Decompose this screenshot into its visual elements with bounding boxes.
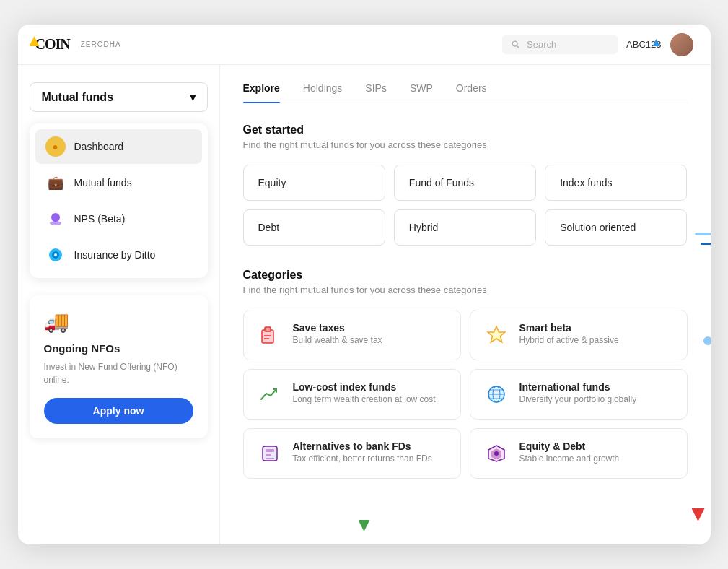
- fund-card-hybrid[interactable]: Hybrid: [394, 209, 536, 246]
- sidebar-item-nps-label: NPS (Beta): [74, 213, 126, 225]
- fund-type-dropdown[interactable]: Mutual funds ▾: [30, 82, 208, 112]
- fund-card-debt[interactable]: Debt: [243, 209, 385, 246]
- chevron-down-icon: ▾: [190, 90, 196, 104]
- smart-beta-info: Smart beta Hybrid of active & passive: [519, 322, 619, 345]
- low-cost-index-desc: Long term wealth creation at low cost: [293, 394, 436, 404]
- sidebar-item-dashboard-label: Dashboard: [74, 141, 124, 152]
- dropdown-label: Mutual funds: [42, 91, 114, 104]
- alternatives-fd-desc: Tax efficient, better returns than FDs: [293, 453, 432, 464]
- nfo-title: Ongoing NFOs: [44, 342, 193, 355]
- category-card-smart-beta[interactable]: Smart beta Hybrid of active & passive: [470, 310, 688, 360]
- low-cost-index-icon: [257, 381, 283, 407]
- get-started-subtitle: Find the right mutual funds for you acro…: [243, 139, 688, 150]
- alternatives-fd-info: Alternatives to bank FDs Tax efficient, …: [293, 440, 432, 464]
- categories-grid: Save taxes Build wealth & save tax Smar: [243, 310, 688, 479]
- nfo-card: 🚚 Ongoing NFOs Invest in New Fund Offeri…: [30, 295, 208, 438]
- category-card-low-cost-index[interactable]: Low-cost index funds Long term wealth cr…: [243, 369, 461, 420]
- international-funds-desc: Diversify your portfolio globally: [519, 394, 637, 404]
- avatar: [670, 33, 693, 56]
- tab-holdings[interactable]: Holdings: [303, 82, 342, 103]
- category-card-save-taxes[interactable]: Save taxes Build wealth & save tax: [243, 310, 461, 360]
- deco-bar-1: [695, 233, 711, 235]
- category-card-equity-debt[interactable]: Equity & Debt Stable income and growth: [470, 428, 688, 479]
- low-cost-index-info: Low-cost index funds Long term wealth cr…: [293, 381, 436, 404]
- categories-section: Categories Find the right mutual funds f…: [243, 269, 688, 479]
- svg-point-0: [512, 41, 517, 46]
- get-started-section: Get started Find the right mutual funds …: [243, 123, 688, 246]
- sidebar-item-insurance[interactable]: Insurance by Ditto: [35, 238, 202, 272]
- smart-beta-icon: [483, 322, 509, 348]
- sidebar-item-nps[interactable]: NPS (Beta): [35, 201, 202, 236]
- truck-icon: 🚚: [44, 310, 69, 333]
- international-funds-info: International funds Diversify your portf…: [519, 381, 637, 404]
- fund-type-grid: Equity Fund of Funds Index funds Debt Hy…: [243, 165, 688, 246]
- low-cost-index-title: Low-cost index funds: [293, 381, 436, 393]
- app-container: COIN ZERODHA Search ABC123 Mutual funds …: [18, 25, 711, 544]
- avatar-image: [670, 33, 693, 56]
- deco-bar-2: [701, 243, 711, 245]
- fund-card-index-funds[interactable]: Index funds: [545, 165, 687, 201]
- apply-now-button[interactable]: Apply now: [44, 398, 193, 424]
- sidebar-item-mutual-funds[interactable]: 💼 Mutual funds: [35, 165, 202, 200]
- alternatives-fd-icon: [257, 440, 283, 466]
- equity-debt-desc: Stable income and growth: [519, 453, 620, 464]
- save-taxes-desc: Build wealth & save tax: [293, 335, 382, 345]
- svg-point-2: [50, 221, 61, 225]
- sidebar: Mutual funds ▾ ● Dashboard 💼 Mutual fund…: [18, 65, 220, 544]
- svg-point-5: [54, 253, 57, 256]
- logo: COIN ZERODHA: [35, 36, 121, 53]
- main-body: Mutual funds ▾ ● Dashboard 💼 Mutual fund…: [18, 65, 711, 544]
- svg-rect-7: [265, 327, 271, 331]
- equity-debt-icon: [483, 440, 509, 466]
- equity-debt-info: Equity & Debt Stable income and growth: [519, 440, 620, 464]
- save-taxes-info: Save taxes Build wealth & save tax: [293, 322, 382, 345]
- smart-beta-desc: Hybrid of active & passive: [519, 335, 619, 345]
- tab-sips[interactable]: SIPs: [365, 82, 387, 103]
- svg-rect-18: [266, 454, 271, 456]
- insurance-icon: [45, 245, 66, 265]
- international-funds-icon: [483, 381, 509, 407]
- svg-point-1: [51, 213, 60, 222]
- tab-orders[interactable]: Orders: [456, 82, 487, 103]
- mutual-funds-icon: 💼: [45, 173, 66, 193]
- sidebar-item-dashboard[interactable]: ● Dashboard: [35, 129, 202, 164]
- save-taxes-title: Save taxes: [293, 322, 382, 334]
- nps-icon: [45, 209, 66, 229]
- sidebar-item-mutual-funds-label: Mutual funds: [74, 177, 132, 188]
- dashboard-icon: ●: [45, 136, 66, 157]
- category-card-international-funds[interactable]: International funds Diversify your portf…: [470, 369, 688, 420]
- category-card-alternatives-fd[interactable]: Alternatives to bank FDs Tax efficient, …: [243, 428, 461, 479]
- fund-card-solution-oriented[interactable]: Solution oriented: [545, 209, 687, 246]
- alternatives-fd-title: Alternatives to bank FDs: [293, 440, 432, 452]
- smart-beta-title: Smart beta: [519, 322, 619, 334]
- fund-card-equity[interactable]: Equity: [243, 165, 385, 201]
- equity-debt-title: Equity & Debt: [519, 440, 620, 452]
- nfo-description: Invest in New Fund Offering (NFO) online…: [44, 360, 193, 386]
- tab-explore[interactable]: Explore: [243, 82, 280, 103]
- logo-coin: COIN: [35, 36, 70, 53]
- international-funds-title: International funds: [519, 381, 637, 393]
- nfo-icon-area: 🚚: [44, 310, 193, 334]
- svg-point-20: [494, 451, 499, 456]
- search-icon: [511, 40, 521, 50]
- navbar: COIN ZERODHA Search ABC123: [18, 25, 711, 65]
- nav-menu: ● Dashboard 💼 Mutual funds NPS (Beta): [30, 123, 208, 278]
- get-started-title: Get started: [243, 123, 688, 136]
- tab-swp[interactable]: SWP: [410, 82, 433, 103]
- logo-zerodha: ZERODHA: [76, 40, 121, 48]
- content-area: Explore Holdings SIPs SWP Orders Get sta…: [220, 65, 711, 544]
- deco-dot: [703, 336, 711, 345]
- tabs: Explore Holdings SIPs SWP Orders: [243, 82, 688, 103]
- svg-marker-10: [488, 326, 505, 342]
- save-taxes-icon: [257, 322, 283, 348]
- sidebar-item-insurance-label: Insurance by Ditto: [74, 249, 156, 261]
- search-box[interactable]: Search: [502, 35, 618, 54]
- categories-subtitle: Find the right mutual funds for you acro…: [243, 284, 688, 295]
- svg-rect-17: [266, 449, 274, 452]
- fund-card-fund-of-funds[interactable]: Fund of Funds: [394, 165, 536, 201]
- navbar-right: Search ABC123: [502, 33, 693, 56]
- search-placeholder: Search: [527, 39, 556, 50]
- categories-title: Categories: [243, 269, 688, 282]
